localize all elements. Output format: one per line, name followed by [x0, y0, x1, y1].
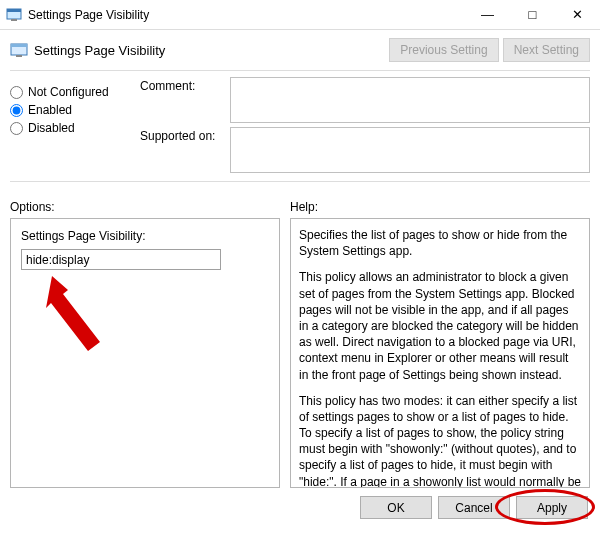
- cancel-button[interactable]: Cancel: [438, 496, 510, 519]
- visibility-field-input[interactable]: [21, 249, 221, 270]
- help-text: Specifies the list of pages to show or h…: [299, 227, 581, 488]
- ok-button[interactable]: OK: [360, 496, 432, 519]
- help-pane[interactable]: Specifies the list of pages to show or h…: [290, 218, 590, 488]
- close-button[interactable]: ✕: [555, 0, 600, 30]
- radio-disabled[interactable]: Disabled: [10, 121, 140, 135]
- radio-label: Enabled: [28, 103, 72, 117]
- radio-label: Disabled: [28, 121, 75, 135]
- options-pane: Settings Page Visibility:: [10, 218, 280, 488]
- help-section-label: Help:: [290, 200, 590, 214]
- title-bar: Settings Page Visibility — □ ✕: [0, 0, 600, 30]
- maximize-button[interactable]: □: [510, 0, 555, 30]
- apply-button[interactable]: Apply: [516, 496, 588, 519]
- app-icon: [6, 7, 22, 23]
- footer: OK Cancel Apply: [0, 488, 600, 527]
- radio-enabled[interactable]: Enabled: [10, 103, 140, 117]
- next-setting-button[interactable]: Next Setting: [503, 38, 590, 62]
- window-title: Settings Page Visibility: [28, 8, 465, 22]
- svg-rect-5: [16, 55, 22, 57]
- supported-on-label: Supported on:: [140, 127, 230, 143]
- help-paragraph: This policy allows an administrator to b…: [299, 269, 581, 382]
- comment-label: Comment:: [140, 77, 230, 93]
- policy-icon: [10, 41, 28, 59]
- help-paragraph: Specifies the list of pages to show or h…: [299, 227, 581, 259]
- previous-setting-button[interactable]: Previous Setting: [389, 38, 498, 62]
- svg-rect-2: [11, 19, 17, 21]
- visibility-field-label: Settings Page Visibility:: [21, 229, 269, 243]
- radio-not-configured[interactable]: Not Configured: [10, 85, 140, 99]
- page-title: Settings Page Visibility: [34, 43, 385, 58]
- comment-input[interactable]: [230, 77, 590, 123]
- radio-label: Not Configured: [28, 85, 109, 99]
- help-paragraph: This policy has two modes: it can either…: [299, 393, 581, 488]
- svg-rect-1: [7, 9, 21, 12]
- svg-rect-4: [11, 44, 27, 47]
- state-radio-group: Not Configured Enabled Disabled: [10, 77, 140, 177]
- supported-on-box: [230, 127, 590, 173]
- options-section-label: Options:: [10, 200, 280, 214]
- header: Settings Page Visibility Previous Settin…: [0, 30, 600, 66]
- minimize-button[interactable]: —: [465, 0, 510, 30]
